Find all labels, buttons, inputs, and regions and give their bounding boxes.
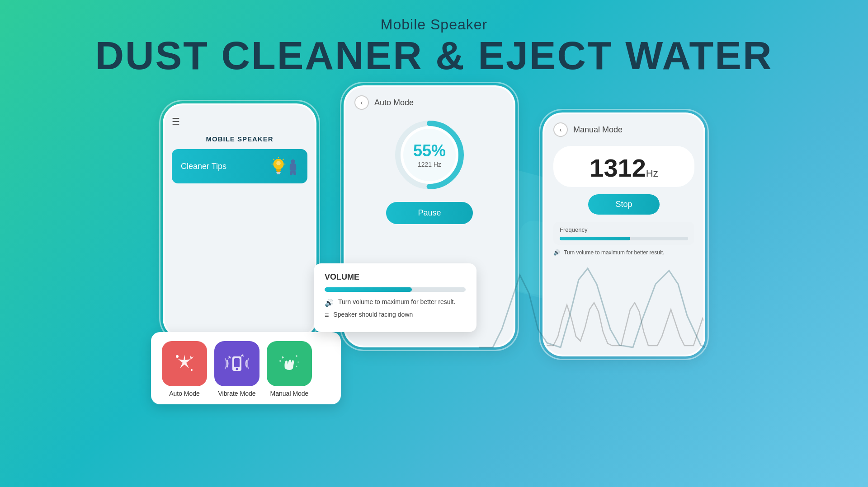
phones-container: ☰ MOBILE SPEAKER Cleaner Tips: [0, 81, 868, 356]
svg-point-17: [296, 366, 297, 367]
cleaner-tips-button[interactable]: Cleaner Tips: [172, 149, 307, 183]
progress-hz: 1221 Hz: [418, 161, 441, 168]
left-phone-title: MOBILE SPEAKER: [172, 135, 307, 143]
header-subtitle: Mobile Speaker: [0, 16, 868, 33]
freq-tip-speaker-icon: 🔊: [553, 249, 560, 256]
volume-tip-1: 🔊 Turn volume to maximum for better resu…: [325, 298, 466, 307]
speaker-icon-1: 🔊: [325, 299, 334, 307]
center-back-button[interactable]: ‹: [354, 95, 369, 110]
svg-point-9: [276, 161, 281, 166]
frequency-section: Frequency: [553, 222, 694, 245]
svg-line-6: [274, 159, 274, 160]
svg-point-11: [176, 355, 179, 358]
volume-tip-text-2: Speaker should facing down: [333, 311, 413, 318]
volume-tip-text-1: Turn volume to maximum for better result…: [338, 298, 455, 305]
volume-bar-track: [325, 287, 466, 292]
auto-mode-label: Auto Mode: [169, 390, 200, 397]
cleaner-tips-icons: [271, 157, 298, 175]
header: Mobile Speaker DUST CLEANER & EJECT WATE…: [0, 0, 868, 81]
svg-point-15: [236, 368, 238, 370]
progress-percent: 55%: [413, 141, 446, 160]
svg-rect-2: [276, 172, 281, 173]
auto-mode-card[interactable]: Auto Mode: [162, 341, 207, 397]
left-phone-screen: ☰ MOBILE SPEAKER Cleaner Tips: [163, 103, 316, 338]
freq-tip: 🔊 Turn volume to maximum for better resu…: [553, 249, 694, 256]
right-nav-bar: ‹ Manual Mode: [553, 122, 694, 137]
speaker-facing-icon: ≡: [325, 311, 329, 319]
cleaner-tips-label: Cleaner Tips: [181, 162, 226, 171]
center-nav-bar: ‹ Auto Mode: [354, 95, 505, 110]
right-phone-inner: ‹ Manual Mode 1312Hz Stop Frequency: [544, 114, 703, 267]
vibrate-mode-card[interactable]: Vibrate Mode: [214, 341, 259, 397]
center-mode-title: Auto Mode: [374, 98, 414, 108]
frequency-value: 1312: [590, 154, 646, 182]
stop-button[interactable]: Stop: [588, 194, 659, 215]
vibrate-mode-icon: [214, 341, 259, 386]
center-phone-inner: ‹ Auto Mode: [345, 87, 514, 232]
svg-rect-3: [277, 173, 280, 174]
freq-bar-fill: [560, 237, 630, 240]
svg-line-5: [283, 159, 284, 160]
volume-label: VOLUME: [325, 272, 466, 282]
vibrate-mode-svg: [223, 350, 250, 377]
person-icon: [288, 159, 298, 175]
vibrate-mode-label: Vibrate Mode: [218, 390, 255, 397]
circle-progress: 55% 1221 Hz: [393, 119, 466, 191]
center-back-icon: ‹: [361, 99, 363, 106]
svg-rect-14: [234, 358, 240, 367]
manual-mode-label: Manual Mode: [270, 390, 309, 397]
svg-point-16: [279, 360, 281, 362]
volume-bar-fill: [325, 287, 412, 292]
frequency-display: 1312Hz: [553, 146, 694, 187]
manual-mode-card[interactable]: Manual Mode: [267, 341, 312, 397]
right-back-button[interactable]: ‹: [553, 122, 568, 137]
left-phone: ☰ MOBILE SPEAKER Cleaner Tips: [163, 103, 316, 338]
volume-tip-2: ≡ Speaker should facing down: [325, 311, 466, 319]
freq-tip-text: Turn volume to maximum for better result…: [564, 249, 664, 256]
auto-mode-icon: [162, 341, 207, 386]
svg-point-10: [291, 159, 295, 164]
circle-progress-container: 55% 1221 Hz: [354, 119, 505, 191]
frequency-section-label: Frequency: [560, 226, 688, 233]
hamburger-icon[interactable]: ☰: [172, 116, 307, 127]
pause-button[interactable]: Pause: [386, 202, 472, 224]
circle-text: 55% 1221 Hz: [413, 141, 446, 169]
frequency-unit: Hz: [646, 168, 658, 179]
volume-popup: VOLUME 🔊 Turn volume to maximum for bett…: [314, 263, 476, 332]
right-mode-title: Manual Mode: [573, 125, 623, 135]
manual-mode-icon: [267, 341, 312, 386]
manual-mode-svg: [276, 350, 303, 377]
lightbulb-icon: [271, 157, 286, 175]
svg-point-12: [191, 369, 193, 371]
header-title: DUST CLEANER & EJECT WATER: [0, 35, 868, 76]
freq-bar-track: [560, 237, 688, 240]
mode-cards-popup: Auto Mode: [151, 332, 341, 404]
auto-mode-svg: [171, 350, 198, 377]
right-phone: ‹ Manual Mode 1312Hz Stop Frequency: [542, 108, 705, 356]
big-waveform-svg: [479, 266, 705, 356]
right-back-icon: ‹: [560, 126, 562, 133]
